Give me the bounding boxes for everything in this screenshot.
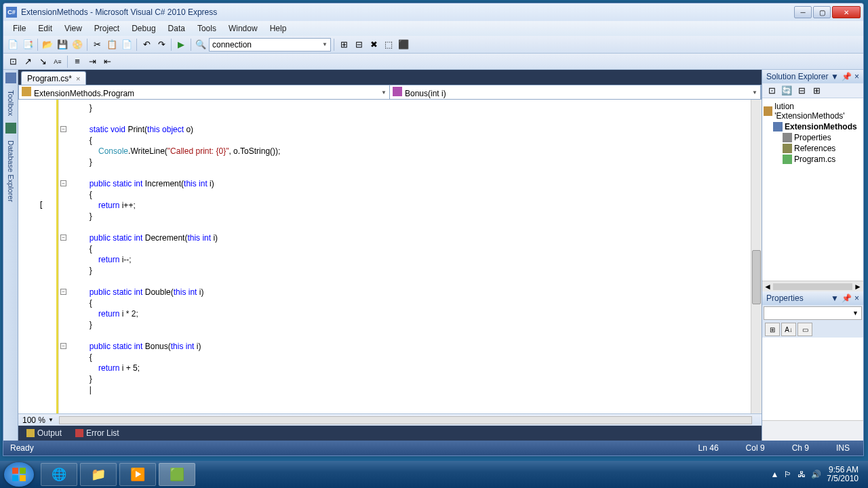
maximize-button[interactable]: ▢ bbox=[813, 6, 831, 18]
menu-help[interactable]: Help bbox=[264, 22, 292, 35]
side-tab-toolbox[interactable]: Toolbox bbox=[5, 85, 16, 121]
menu-tools[interactable]: Tools bbox=[192, 22, 222, 35]
bottom-tab-errorlist[interactable]: Error List bbox=[71, 427, 123, 439]
properties-object-selector[interactable]: ▼ bbox=[764, 306, 862, 320]
task-vs[interactable]: 🟩 bbox=[159, 463, 195, 486]
tool-icon-4[interactable]: ⬚ bbox=[382, 38, 395, 52]
method-icon bbox=[393, 87, 402, 96]
task-explorer[interactable]: 📁 bbox=[80, 463, 117, 486]
tray-clock[interactable]: 9:56 AM 7/5/2010 bbox=[827, 466, 859, 483]
tree-references[interactable]: References bbox=[764, 143, 862, 154]
menu-data[interactable]: Data bbox=[163, 22, 191, 35]
taskbar[interactable]: 🌐 📁 ▶️ 🟩 ▲ 🏳 🖧 🔊 9:56 AM 7/5/2010 bbox=[0, 461, 868, 488]
menu-window[interactable]: Window bbox=[223, 22, 263, 35]
editor-gutter: −−−−− bbox=[18, 100, 59, 413]
menu-debug[interactable]: Debug bbox=[126, 22, 161, 35]
new-project-icon[interactable]: 📄 bbox=[6, 38, 20, 52]
text-tool-4[interactable]: A≡ bbox=[51, 55, 64, 68]
dropdown-icon[interactable]: ▼ bbox=[831, 293, 839, 303]
save-all-icon[interactable]: 📀 bbox=[71, 38, 84, 52]
tray-volume-icon[interactable]: 🔊 bbox=[811, 470, 821, 479]
start-button[interactable] bbox=[4, 462, 34, 487]
menu-view[interactable]: View bbox=[59, 22, 87, 35]
pin-icon[interactable]: 📌 bbox=[842, 72, 852, 81]
references-icon bbox=[783, 144, 792, 153]
close-panel-icon[interactable]: × bbox=[854, 72, 859, 81]
vertical-scrollbar[interactable] bbox=[751, 100, 762, 413]
tree-solution[interactable]: lution 'ExtensionMethods' bbox=[764, 101, 862, 121]
menu-file[interactable]: File bbox=[7, 22, 31, 35]
comment-icon[interactable]: ≡ bbox=[71, 55, 84, 68]
close-tab-icon[interactable]: × bbox=[76, 75, 80, 83]
status-ins: INS bbox=[836, 443, 850, 453]
tool-icon-3[interactable]: ✖ bbox=[367, 38, 380, 52]
minimize-button[interactable]: ─ bbox=[794, 6, 812, 18]
start-debug-icon[interactable]: ▶ bbox=[174, 38, 188, 52]
toolbox-icon[interactable] bbox=[5, 73, 16, 83]
sln-tool-3[interactable]: ⊟ bbox=[795, 84, 808, 98]
solution-scrollbar[interactable]: ◄► bbox=[762, 281, 863, 291]
horizontal-scrollbar[interactable] bbox=[59, 416, 752, 424]
text-tool-3[interactable]: ↘ bbox=[36, 55, 50, 68]
tool-icon-2[interactable]: ⊟ bbox=[352, 38, 366, 52]
tray-arrow-icon[interactable]: ▲ bbox=[770, 470, 778, 479]
open-icon[interactable]: 📂 bbox=[41, 38, 54, 52]
titlebar[interactable]: C# ExtensionMethods - Microsoft Visual C… bbox=[3, 3, 863, 21]
tray-flag-icon[interactable]: 🏳 bbox=[784, 470, 792, 479]
menu-edit[interactable]: Edit bbox=[33, 22, 58, 35]
solution-explorer-header[interactable]: Solution Explorer ▼📌× bbox=[762, 70, 863, 83]
outdent-icon[interactable]: ⇤ bbox=[100, 55, 114, 68]
find-icon[interactable]: 🔍 bbox=[194, 38, 208, 52]
tool-icon-5[interactable]: ⬛ bbox=[397, 38, 410, 52]
close-panel-icon[interactable]: × bbox=[854, 293, 859, 303]
tree-project[interactable]: ExtensionMethods bbox=[764, 121, 862, 132]
output-icon bbox=[26, 429, 35, 437]
database-explorer-icon[interactable] bbox=[5, 123, 16, 134]
tree-file[interactable]: Program.cs bbox=[764, 154, 862, 165]
bottom-tab-output[interactable]: Output bbox=[22, 427, 66, 439]
redo-icon[interactable]: ↷ bbox=[155, 38, 168, 52]
dropdown-icon[interactable]: ▼ bbox=[831, 72, 839, 81]
indent-icon[interactable]: ⇥ bbox=[85, 55, 99, 68]
csharp-file-icon bbox=[783, 155, 792, 164]
alphabetical-icon[interactable]: A↓ bbox=[781, 323, 796, 336]
find-combo[interactable]: connection▼ bbox=[209, 38, 331, 52]
document-tab[interactable]: Program.cs* × bbox=[21, 71, 86, 85]
zoom-level[interactable]: 100 % bbox=[22, 415, 45, 425]
task-ie[interactable]: 🌐 bbox=[41, 463, 77, 486]
property-pages-icon[interactable]: ▭ bbox=[797, 323, 812, 336]
class-navigator[interactable]: ExtensionMethods.Program ▼ bbox=[19, 85, 390, 99]
menubar: FileEditViewProjectDebugDataToolsWindowH… bbox=[3, 21, 863, 36]
tree-properties[interactable]: Properties bbox=[764, 132, 862, 143]
task-media[interactable]: ▶️ bbox=[119, 463, 156, 486]
text-tool-2[interactable]: ↗ bbox=[21, 55, 35, 68]
code-editor[interactable]: } static void Print(this object o) { Con… bbox=[59, 100, 751, 413]
statusbar: Ready Ln 46 Col 9 Ch 9 INS bbox=[3, 441, 863, 455]
pin-icon[interactable]: 📌 bbox=[842, 293, 852, 303]
add-item-icon[interactable]: 📑 bbox=[21, 38, 35, 52]
member-navigator[interactable]: Bonus(int i) ▼ bbox=[390, 85, 761, 99]
copy-icon[interactable]: 📋 bbox=[105, 38, 119, 52]
solution-tree[interactable]: lution 'ExtensionMethods' ExtensionMetho… bbox=[762, 98, 863, 281]
class-icon bbox=[22, 87, 31, 96]
text-tool-1[interactable]: ⊡ bbox=[6, 55, 20, 68]
tool-icon-1[interactable]: ⊞ bbox=[337, 38, 351, 52]
sln-tool-2[interactable]: 🔄 bbox=[780, 84, 793, 98]
errorlist-icon bbox=[75, 429, 83, 437]
save-icon[interactable]: 💾 bbox=[56, 38, 69, 52]
side-tab-database-explorer[interactable]: Database Explorer bbox=[5, 135, 16, 207]
window-title: ExtensionMethods - Microsoft Visual C# 2… bbox=[21, 7, 794, 17]
sln-tool-4[interactable]: ⊞ bbox=[810, 84, 823, 98]
sln-tool-1[interactable]: ⊡ bbox=[765, 84, 778, 98]
tray-network-icon[interactable]: 🖧 bbox=[797, 470, 806, 479]
close-button[interactable]: ✕ bbox=[832, 6, 861, 18]
properties-grid[interactable] bbox=[762, 338, 863, 420]
system-tray[interactable]: ▲ 🏳 🖧 🔊 9:56 AM 7/5/2010 bbox=[770, 466, 864, 483]
categorized-icon[interactable]: ⊞ bbox=[765, 323, 780, 336]
app-icon: C# bbox=[6, 7, 17, 18]
cut-icon[interactable]: ✂ bbox=[90, 38, 104, 52]
menu-project[interactable]: Project bbox=[89, 22, 125, 35]
undo-icon[interactable]: ↶ bbox=[140, 38, 153, 52]
paste-icon[interactable]: 📄 bbox=[120, 38, 134, 52]
properties-header[interactable]: Properties ▼📌× bbox=[762, 291, 863, 305]
